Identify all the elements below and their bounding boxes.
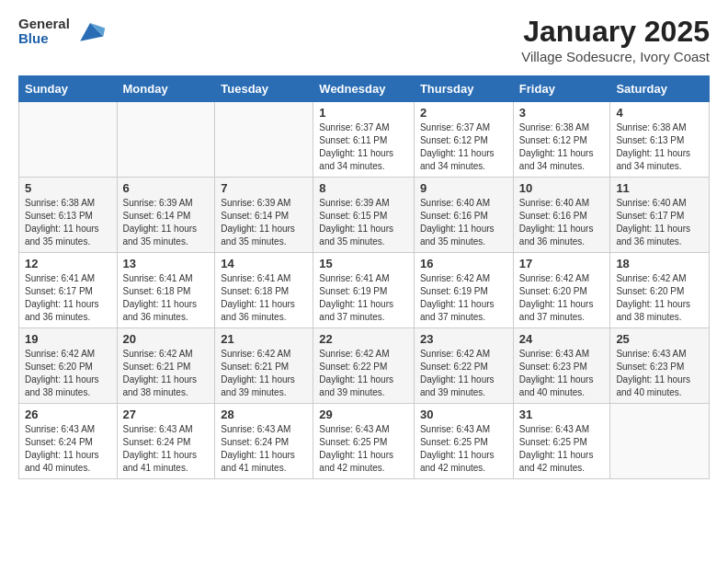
day-number: 23 xyxy=(420,332,507,346)
day-number: 21 xyxy=(221,332,307,346)
table-row xyxy=(19,102,118,178)
table-row: 8Sunrise: 6:39 AMSunset: 6:15 PMDaylight… xyxy=(313,178,415,253)
day-info: Sunrise: 6:40 AMSunset: 6:16 PMDaylight:… xyxy=(420,198,495,247)
table-row: 27Sunrise: 6:43 AMSunset: 6:24 PMDayligh… xyxy=(117,404,215,479)
day-info: Sunrise: 6:42 AMSunset: 6:19 PMDaylight:… xyxy=(420,273,495,322)
day-info: Sunrise: 6:39 AMSunset: 6:15 PMDaylight:… xyxy=(319,198,393,247)
day-info: Sunrise: 6:42 AMSunset: 6:20 PMDaylight:… xyxy=(616,273,690,322)
day-info: Sunrise: 6:42 AMSunset: 6:21 PMDaylight:… xyxy=(221,349,295,397)
day-number: 11 xyxy=(616,181,703,195)
day-info: Sunrise: 6:38 AMSunset: 6:13 PMDaylight:… xyxy=(616,122,690,171)
day-number: 30 xyxy=(420,408,507,421)
table-row: 13Sunrise: 6:41 AMSunset: 6:18 PMDayligh… xyxy=(117,253,215,328)
calendar-week-row: 19Sunrise: 6:42 AMSunset: 6:20 PMDayligh… xyxy=(19,328,710,404)
col-sunday: Sunday xyxy=(19,76,118,102)
header: General Blue January 2025 Village Sodesu… xyxy=(18,15,710,64)
day-number: 1 xyxy=(319,106,408,120)
day-info: Sunrise: 6:42 AMSunset: 6:20 PMDaylight:… xyxy=(519,273,594,322)
day-number: 3 xyxy=(519,106,605,120)
day-number: 20 xyxy=(123,332,210,346)
day-number: 29 xyxy=(319,408,408,421)
col-friday: Friday xyxy=(513,76,610,102)
table-row: 2Sunrise: 6:37 AMSunset: 6:12 PMDaylight… xyxy=(414,102,513,178)
day-info: Sunrise: 6:39 AMSunset: 6:14 PMDaylight:… xyxy=(123,198,198,247)
table-row: 24Sunrise: 6:43 AMSunset: 6:23 PMDayligh… xyxy=(513,328,610,404)
day-number: 22 xyxy=(319,332,408,346)
table-row: 19Sunrise: 6:42 AMSunset: 6:20 PMDayligh… xyxy=(19,328,118,404)
day-number: 12 xyxy=(25,257,111,270)
table-row xyxy=(610,404,710,479)
logo-general: General xyxy=(18,17,70,32)
table-row: 9Sunrise: 6:40 AMSunset: 6:16 PMDaylight… xyxy=(414,178,513,253)
table-row: 11Sunrise: 6:40 AMSunset: 6:17 PMDayligh… xyxy=(610,178,710,253)
table-row: 26Sunrise: 6:43 AMSunset: 6:24 PMDayligh… xyxy=(19,404,118,479)
table-row: 6Sunrise: 6:39 AMSunset: 6:14 PMDaylight… xyxy=(117,178,215,253)
table-row: 7Sunrise: 6:39 AMSunset: 6:14 PMDaylight… xyxy=(215,178,313,253)
table-row: 30Sunrise: 6:43 AMSunset: 6:25 PMDayligh… xyxy=(414,404,513,479)
day-info: Sunrise: 6:41 AMSunset: 6:19 PMDaylight:… xyxy=(319,273,393,322)
day-info: Sunrise: 6:40 AMSunset: 6:17 PMDaylight:… xyxy=(616,198,690,247)
table-row: 1Sunrise: 6:37 AMSunset: 6:11 PMDaylight… xyxy=(313,102,415,178)
table-row: 31Sunrise: 6:43 AMSunset: 6:25 PMDayligh… xyxy=(513,404,610,479)
day-number: 15 xyxy=(319,257,408,270)
logo-blue: Blue xyxy=(18,31,70,47)
table-row: 15Sunrise: 6:41 AMSunset: 6:19 PMDayligh… xyxy=(313,253,415,328)
table-row: 29Sunrise: 6:43 AMSunset: 6:25 PMDayligh… xyxy=(313,404,415,479)
day-info: Sunrise: 6:41 AMSunset: 6:18 PMDaylight:… xyxy=(123,273,198,322)
day-info: Sunrise: 6:39 AMSunset: 6:14 PMDaylight:… xyxy=(221,198,295,247)
title-location: Village Sodesucre, Ivory Coast xyxy=(521,49,710,64)
calendar-week-row: 5Sunrise: 6:38 AMSunset: 6:13 PMDaylight… xyxy=(19,178,710,253)
day-number: 24 xyxy=(519,332,605,346)
calendar-table: Sunday Monday Tuesday Wednesday Thursday… xyxy=(18,75,710,479)
day-number: 17 xyxy=(519,257,605,270)
table-row: 12Sunrise: 6:41 AMSunset: 6:17 PMDayligh… xyxy=(19,253,118,328)
day-info: Sunrise: 6:43 AMSunset: 6:24 PMDaylight:… xyxy=(221,424,295,473)
day-info: Sunrise: 6:43 AMSunset: 6:25 PMDaylight:… xyxy=(519,424,594,473)
logo-icon xyxy=(74,15,107,48)
table-row xyxy=(117,102,215,178)
table-row: 5Sunrise: 6:38 AMSunset: 6:13 PMDaylight… xyxy=(19,178,118,253)
day-info: Sunrise: 6:40 AMSunset: 6:16 PMDaylight:… xyxy=(519,198,594,247)
day-number: 19 xyxy=(25,332,111,346)
day-info: Sunrise: 6:41 AMSunset: 6:17 PMDaylight:… xyxy=(25,273,99,322)
day-number: 18 xyxy=(616,257,703,270)
day-info: Sunrise: 6:43 AMSunset: 6:23 PMDaylight:… xyxy=(519,349,594,397)
table-row: 21Sunrise: 6:42 AMSunset: 6:21 PMDayligh… xyxy=(215,328,313,404)
day-info: Sunrise: 6:38 AMSunset: 6:13 PMDaylight:… xyxy=(25,198,99,247)
day-info: Sunrise: 6:42 AMSunset: 6:22 PMDaylight:… xyxy=(319,349,393,397)
col-monday: Monday xyxy=(117,76,215,102)
day-number: 2 xyxy=(420,106,507,120)
day-info: Sunrise: 6:43 AMSunset: 6:24 PMDaylight:… xyxy=(123,424,198,473)
day-number: 13 xyxy=(123,257,210,270)
table-row: 17Sunrise: 6:42 AMSunset: 6:20 PMDayligh… xyxy=(513,253,610,328)
table-row: 4Sunrise: 6:38 AMSunset: 6:13 PMDaylight… xyxy=(610,102,710,178)
logo: General Blue xyxy=(18,15,107,48)
day-info: Sunrise: 6:41 AMSunset: 6:18 PMDaylight:… xyxy=(221,273,295,322)
day-info: Sunrise: 6:42 AMSunset: 6:22 PMDaylight:… xyxy=(420,349,495,397)
table-row xyxy=(215,102,313,178)
day-number: 26 xyxy=(25,408,111,421)
table-row: 22Sunrise: 6:42 AMSunset: 6:22 PMDayligh… xyxy=(313,328,415,404)
day-number: 28 xyxy=(221,408,307,421)
table-row: 14Sunrise: 6:41 AMSunset: 6:18 PMDayligh… xyxy=(215,253,313,328)
calendar-header-row: Sunday Monday Tuesday Wednesday Thursday… xyxy=(19,76,710,102)
day-number: 10 xyxy=(519,181,605,195)
table-row: 20Sunrise: 6:42 AMSunset: 6:21 PMDayligh… xyxy=(117,328,215,404)
col-wednesday: Wednesday xyxy=(313,76,415,102)
day-info: Sunrise: 6:37 AMSunset: 6:11 PMDaylight:… xyxy=(319,122,393,171)
table-row: 3Sunrise: 6:38 AMSunset: 6:12 PMDaylight… xyxy=(513,102,610,178)
table-row: 23Sunrise: 6:42 AMSunset: 6:22 PMDayligh… xyxy=(414,328,513,404)
day-number: 7 xyxy=(221,181,307,195)
day-info: Sunrise: 6:37 AMSunset: 6:12 PMDaylight:… xyxy=(420,122,495,171)
day-number: 14 xyxy=(221,257,307,270)
day-number: 16 xyxy=(420,257,507,270)
col-saturday: Saturday xyxy=(610,76,710,102)
calendar-week-row: 1Sunrise: 6:37 AMSunset: 6:11 PMDaylight… xyxy=(19,102,710,178)
day-number: 4 xyxy=(616,106,703,120)
col-tuesday: Tuesday xyxy=(215,76,313,102)
logo-text: General Blue xyxy=(18,17,70,47)
day-info: Sunrise: 6:43 AMSunset: 6:25 PMDaylight:… xyxy=(420,424,495,473)
day-info: Sunrise: 6:43 AMSunset: 6:25 PMDaylight:… xyxy=(319,424,393,473)
day-number: 6 xyxy=(123,181,210,195)
day-number: 9 xyxy=(420,181,507,195)
